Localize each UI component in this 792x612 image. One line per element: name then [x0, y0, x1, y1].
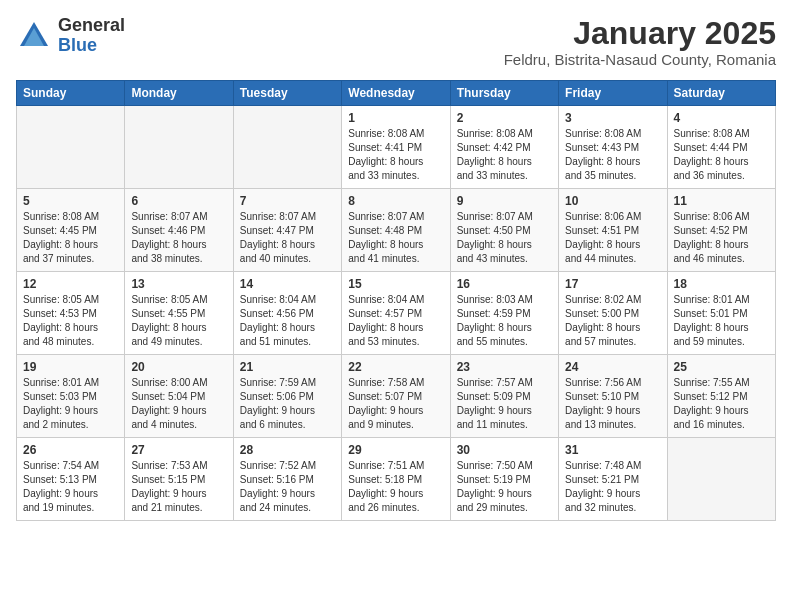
- day-info: Sunrise: 8:03 AM Sunset: 4:59 PM Dayligh…: [457, 293, 552, 349]
- calendar-cell: 7Sunrise: 8:07 AM Sunset: 4:47 PM Daylig…: [233, 189, 341, 272]
- calendar-cell: 28Sunrise: 7:52 AM Sunset: 5:16 PM Dayli…: [233, 438, 341, 521]
- day-info: Sunrise: 8:01 AM Sunset: 5:03 PM Dayligh…: [23, 376, 118, 432]
- day-info: Sunrise: 7:58 AM Sunset: 5:07 PM Dayligh…: [348, 376, 443, 432]
- weekday-header-saturday: Saturday: [667, 81, 775, 106]
- calendar-cell: 5Sunrise: 8:08 AM Sunset: 4:45 PM Daylig…: [17, 189, 125, 272]
- day-info: Sunrise: 7:57 AM Sunset: 5:09 PM Dayligh…: [457, 376, 552, 432]
- calendar-cell: 21Sunrise: 7:59 AM Sunset: 5:06 PM Dayli…: [233, 355, 341, 438]
- logo-blue: Blue: [58, 36, 125, 56]
- day-number: 13: [131, 277, 226, 291]
- day-info: Sunrise: 8:08 AM Sunset: 4:44 PM Dayligh…: [674, 127, 769, 183]
- day-info: Sunrise: 8:08 AM Sunset: 4:45 PM Dayligh…: [23, 210, 118, 266]
- calendar-cell: 19Sunrise: 8:01 AM Sunset: 5:03 PM Dayli…: [17, 355, 125, 438]
- calendar-cell: 29Sunrise: 7:51 AM Sunset: 5:18 PM Dayli…: [342, 438, 450, 521]
- day-info: Sunrise: 8:07 AM Sunset: 4:50 PM Dayligh…: [457, 210, 552, 266]
- calendar-cell: 6Sunrise: 8:07 AM Sunset: 4:46 PM Daylig…: [125, 189, 233, 272]
- day-number: 22: [348, 360, 443, 374]
- day-info: Sunrise: 8:08 AM Sunset: 4:42 PM Dayligh…: [457, 127, 552, 183]
- calendar-cell: 22Sunrise: 7:58 AM Sunset: 5:07 PM Dayli…: [342, 355, 450, 438]
- calendar-week-2: 5Sunrise: 8:08 AM Sunset: 4:45 PM Daylig…: [17, 189, 776, 272]
- day-info: Sunrise: 7:52 AM Sunset: 5:16 PM Dayligh…: [240, 459, 335, 515]
- calendar-cell: 16Sunrise: 8:03 AM Sunset: 4:59 PM Dayli…: [450, 272, 558, 355]
- day-number: 12: [23, 277, 118, 291]
- day-number: 15: [348, 277, 443, 291]
- day-info: Sunrise: 7:50 AM Sunset: 5:19 PM Dayligh…: [457, 459, 552, 515]
- calendar-cell: 25Sunrise: 7:55 AM Sunset: 5:12 PM Dayli…: [667, 355, 775, 438]
- day-info: Sunrise: 8:02 AM Sunset: 5:00 PM Dayligh…: [565, 293, 660, 349]
- logo: General Blue: [16, 16, 125, 56]
- day-number: 3: [565, 111, 660, 125]
- calendar-cell: [233, 106, 341, 189]
- page-header: General Blue January 2025 Feldru, Bistri…: [16, 16, 776, 68]
- month-title: January 2025: [504, 16, 776, 51]
- calendar-cell: 31Sunrise: 7:48 AM Sunset: 5:21 PM Dayli…: [559, 438, 667, 521]
- logo-general: General: [58, 16, 125, 36]
- day-number: 4: [674, 111, 769, 125]
- day-info: Sunrise: 8:07 AM Sunset: 4:47 PM Dayligh…: [240, 210, 335, 266]
- calendar-cell: 18Sunrise: 8:01 AM Sunset: 5:01 PM Dayli…: [667, 272, 775, 355]
- day-number: 23: [457, 360, 552, 374]
- day-info: Sunrise: 7:53 AM Sunset: 5:15 PM Dayligh…: [131, 459, 226, 515]
- calendar-cell: 12Sunrise: 8:05 AM Sunset: 4:53 PM Dayli…: [17, 272, 125, 355]
- calendar-cell: 13Sunrise: 8:05 AM Sunset: 4:55 PM Dayli…: [125, 272, 233, 355]
- day-number: 10: [565, 194, 660, 208]
- location-title: Feldru, Bistrita-Nasaud County, Romania: [504, 51, 776, 68]
- day-number: 19: [23, 360, 118, 374]
- day-info: Sunrise: 8:06 AM Sunset: 4:52 PM Dayligh…: [674, 210, 769, 266]
- day-number: 28: [240, 443, 335, 457]
- day-number: 29: [348, 443, 443, 457]
- day-number: 11: [674, 194, 769, 208]
- calendar-cell: 1Sunrise: 8:08 AM Sunset: 4:41 PM Daylig…: [342, 106, 450, 189]
- weekday-header-sunday: Sunday: [17, 81, 125, 106]
- calendar-cell: 17Sunrise: 8:02 AM Sunset: 5:00 PM Dayli…: [559, 272, 667, 355]
- calendar-cell: 3Sunrise: 8:08 AM Sunset: 4:43 PM Daylig…: [559, 106, 667, 189]
- day-number: 20: [131, 360, 226, 374]
- weekday-header-wednesday: Wednesday: [342, 81, 450, 106]
- day-number: 1: [348, 111, 443, 125]
- calendar-week-5: 26Sunrise: 7:54 AM Sunset: 5:13 PM Dayli…: [17, 438, 776, 521]
- day-info: Sunrise: 8:01 AM Sunset: 5:01 PM Dayligh…: [674, 293, 769, 349]
- day-info: Sunrise: 8:05 AM Sunset: 4:53 PM Dayligh…: [23, 293, 118, 349]
- day-number: 25: [674, 360, 769, 374]
- day-number: 18: [674, 277, 769, 291]
- day-number: 24: [565, 360, 660, 374]
- day-info: Sunrise: 8:04 AM Sunset: 4:57 PM Dayligh…: [348, 293, 443, 349]
- calendar-cell: [667, 438, 775, 521]
- day-info: Sunrise: 7:59 AM Sunset: 5:06 PM Dayligh…: [240, 376, 335, 432]
- day-number: 17: [565, 277, 660, 291]
- calendar-cell: 27Sunrise: 7:53 AM Sunset: 5:15 PM Dayli…: [125, 438, 233, 521]
- logo-icon: [16, 18, 52, 54]
- calendar-cell: 4Sunrise: 8:08 AM Sunset: 4:44 PM Daylig…: [667, 106, 775, 189]
- day-number: 2: [457, 111, 552, 125]
- calendar-cell: 14Sunrise: 8:04 AM Sunset: 4:56 PM Dayli…: [233, 272, 341, 355]
- weekday-header-friday: Friday: [559, 81, 667, 106]
- calendar-cell: 11Sunrise: 8:06 AM Sunset: 4:52 PM Dayli…: [667, 189, 775, 272]
- day-info: Sunrise: 8:00 AM Sunset: 5:04 PM Dayligh…: [131, 376, 226, 432]
- day-info: Sunrise: 8:08 AM Sunset: 4:41 PM Dayligh…: [348, 127, 443, 183]
- calendar-cell: 30Sunrise: 7:50 AM Sunset: 5:19 PM Dayli…: [450, 438, 558, 521]
- day-info: Sunrise: 8:04 AM Sunset: 4:56 PM Dayligh…: [240, 293, 335, 349]
- calendar-cell: 20Sunrise: 8:00 AM Sunset: 5:04 PM Dayli…: [125, 355, 233, 438]
- logo-text: General Blue: [58, 16, 125, 56]
- weekday-header-thursday: Thursday: [450, 81, 558, 106]
- calendar-table: SundayMondayTuesdayWednesdayThursdayFrid…: [16, 80, 776, 521]
- calendar-cell: [17, 106, 125, 189]
- day-number: 31: [565, 443, 660, 457]
- calendar-cell: 10Sunrise: 8:06 AM Sunset: 4:51 PM Dayli…: [559, 189, 667, 272]
- day-info: Sunrise: 8:05 AM Sunset: 4:55 PM Dayligh…: [131, 293, 226, 349]
- day-info: Sunrise: 8:06 AM Sunset: 4:51 PM Dayligh…: [565, 210, 660, 266]
- day-number: 9: [457, 194, 552, 208]
- calendar-cell: 24Sunrise: 7:56 AM Sunset: 5:10 PM Dayli…: [559, 355, 667, 438]
- calendar-week-1: 1Sunrise: 8:08 AM Sunset: 4:41 PM Daylig…: [17, 106, 776, 189]
- weekday-header-monday: Monday: [125, 81, 233, 106]
- calendar-cell: 23Sunrise: 7:57 AM Sunset: 5:09 PM Dayli…: [450, 355, 558, 438]
- day-number: 7: [240, 194, 335, 208]
- day-number: 26: [23, 443, 118, 457]
- calendar-cell: 26Sunrise: 7:54 AM Sunset: 5:13 PM Dayli…: [17, 438, 125, 521]
- day-info: Sunrise: 7:51 AM Sunset: 5:18 PM Dayligh…: [348, 459, 443, 515]
- day-number: 21: [240, 360, 335, 374]
- day-info: Sunrise: 8:07 AM Sunset: 4:48 PM Dayligh…: [348, 210, 443, 266]
- day-number: 5: [23, 194, 118, 208]
- day-number: 14: [240, 277, 335, 291]
- day-number: 30: [457, 443, 552, 457]
